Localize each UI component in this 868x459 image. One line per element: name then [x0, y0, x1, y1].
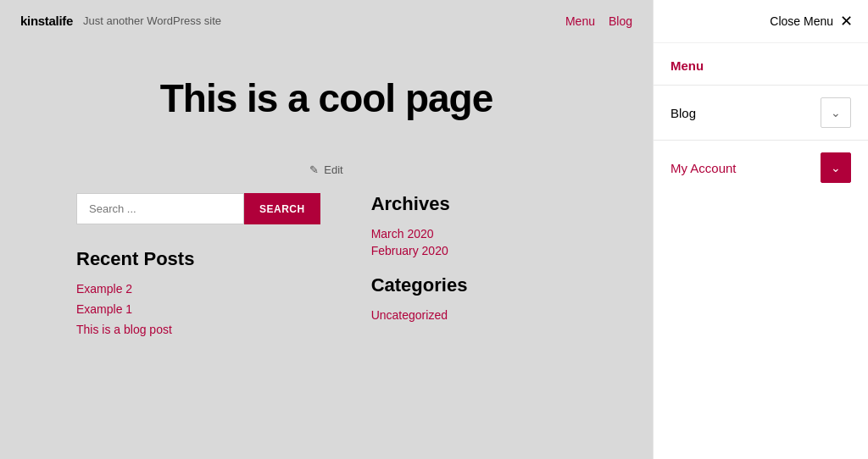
categories-section: Categories Uncategorized: [371, 274, 576, 322]
close-menu-button[interactable]: Close Menu ✕: [770, 14, 853, 29]
nav-blog-link[interactable]: Blog: [609, 14, 632, 28]
header-nav: Menu Blog: [565, 14, 632, 28]
recent-posts-section: Recent Posts Example 2 Example 1 This is…: [76, 248, 320, 336]
site-header: kinstalife Just another WordPress site M…: [0, 0, 653, 41]
close-menu-label: Close Menu: [770, 14, 833, 28]
menu-panel-body: Menu Blog ⌄ My Account ⌄: [654, 43, 868, 195]
chevron-down-icon: ⌄: [831, 106, 841, 119]
chevron-down-icon-active: ⌄: [831, 161, 841, 174]
main-content: kinstalife Just another WordPress site M…: [0, 0, 653, 459]
archives-title: Archives: [371, 193, 576, 215]
menu-item-blog-label: Blog: [670, 106, 696, 120]
edit-button[interactable]: ✎ Edit: [309, 163, 342, 176]
page-title: This is a cool page: [160, 75, 493, 121]
blog-chevron-button[interactable]: ⌄: [821, 97, 851, 128]
nav-menu-link[interactable]: Menu: [565, 14, 595, 28]
site-title: kinstalife: [20, 14, 73, 28]
left-column: SEARCH Recent Posts Example 2 Example 1 …: [76, 193, 320, 343]
menu-item-account[interactable]: My Account ⌄: [654, 140, 868, 195]
edit-section: ✎ Edit: [0, 163, 653, 176]
right-column: Archives March 2020 February 2020 Catego…: [371, 193, 576, 343]
account-chevron-button[interactable]: ⌄: [821, 152, 851, 183]
edit-label: Edit: [324, 163, 342, 176]
post-link-3[interactable]: This is a blog post: [76, 323, 320, 336]
menu-panel-header: Close Menu ✕: [654, 0, 868, 43]
archive-link-march[interactable]: March 2020: [371, 227, 576, 241]
post-link-2[interactable]: Example 1: [76, 302, 320, 316]
category-link-uncategorized[interactable]: Uncategorized: [371, 308, 576, 322]
menu-item-account-label: My Account: [670, 161, 737, 175]
archives-section: Archives March 2020 February 2020: [371, 193, 576, 257]
content-columns: SEARCH Recent Posts Example 2 Example 1 …: [0, 193, 653, 343]
search-input[interactable]: [76, 193, 244, 224]
categories-title: Categories: [371, 274, 576, 296]
menu-panel: Close Menu ✕ Menu Blog ⌄ My Account ⌄: [653, 0, 868, 459]
search-row: SEARCH: [76, 193, 320, 224]
archive-link-feb[interactable]: February 2020: [371, 244, 576, 257]
page-title-section: This is a cool page: [0, 41, 653, 138]
menu-item-blog[interactable]: Blog ⌄: [654, 85, 868, 140]
menu-heading: Menu: [654, 43, 868, 85]
post-link-1[interactable]: Example 2: [76, 282, 320, 296]
search-button[interactable]: SEARCH: [244, 193, 320, 224]
edit-icon: ✎: [309, 163, 319, 176]
close-icon: ✕: [840, 14, 853, 29]
site-tagline: Just another WordPress site: [83, 14, 221, 27]
recent-posts-title: Recent Posts: [76, 248, 320, 270]
